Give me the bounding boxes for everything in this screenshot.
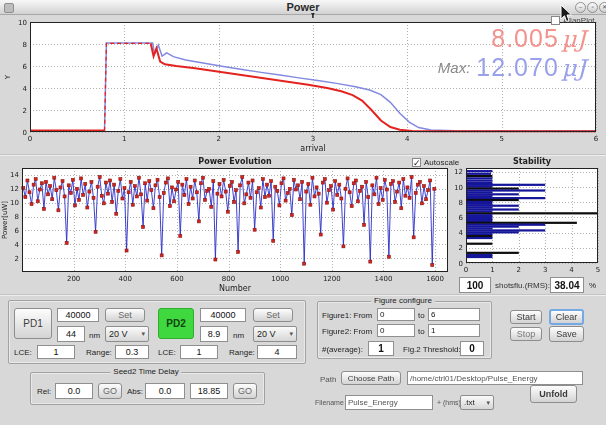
fig1-label: Figure1: From <box>322 311 372 320</box>
average-input[interactable] <box>368 341 394 356</box>
pd1-lce-label: LCE: <box>14 348 32 357</box>
rel-label: Rel: <box>37 387 51 396</box>
filename-input[interactable] <box>345 395 433 410</box>
pd1-counts-input[interactable] <box>57 308 99 322</box>
percent-label: % <box>589 281 596 290</box>
current-energy-readout: 8.005 µJ <box>340 24 586 53</box>
clear-button[interactable]: Clear <box>549 309 584 325</box>
autoscale-label: Autoscale <box>424 158 459 167</box>
fig1-from-input[interactable] <box>377 308 415 321</box>
pd2-range-input[interactable] <box>257 345 297 359</box>
pd1-lce-input[interactable] <box>37 345 75 359</box>
fig2-to-label: to <box>418 327 425 336</box>
path-input[interactable] <box>407 371 583 385</box>
pd1-nm-label: nm <box>89 331 100 340</box>
mouse-cursor <box>560 4 574 24</box>
power-evolution-chart <box>0 155 455 295</box>
pd2-nm-input[interactable] <box>200 326 228 342</box>
shots-label: shots <box>495 281 514 290</box>
fig1-to-input[interactable] <box>428 308 480 321</box>
unfold-button[interactable]: Unfold <box>530 385 577 403</box>
shots-input[interactable] <box>459 277 491 293</box>
fig2-from-input[interactable] <box>377 324 415 337</box>
chevron-down-icon: ▾ <box>141 330 145 338</box>
power-window: { "window": {"title": "Power", "minimize… <box>0 0 606 425</box>
save-button[interactable]: Save <box>549 326 584 342</box>
pd1-range-input[interactable] <box>115 345 149 359</box>
abs-readback[interactable] <box>190 383 228 399</box>
choose-path-button[interactable]: Choose Path <box>341 371 401 385</box>
threshold-label: Fig.2 Threshold: <box>403 345 461 354</box>
max-energy-readout: Max: 12.070 µJ <box>340 53 586 82</box>
abs-input[interactable] <box>145 383 185 399</box>
chevron-down-icon: ▾ <box>486 399 490 407</box>
stop-button[interactable]: Stop <box>510 327 542 341</box>
delay-panel-title: Seed2 Time Delay <box>110 367 181 376</box>
pd2-range-label: Range: <box>229 348 255 357</box>
max-energy-unit: µJ <box>562 55 586 81</box>
pd2-voltage-value: 20 V <box>257 329 276 339</box>
stability-chart <box>455 155 606 277</box>
close-icon[interactable]: ✕ <box>599 2 606 13</box>
threshold-input[interactable] <box>460 341 484 356</box>
pd2-counts-input[interactable] <box>200 308 246 322</box>
hms-label: + (hms) <box>437 399 461 406</box>
extension-select[interactable]: .txt ▾ <box>460 395 494 410</box>
minimize-icon[interactable]: – <box>575 2 586 13</box>
pd2-voltage-select[interactable]: 20 V ▾ <box>253 326 297 342</box>
rms-input[interactable] <box>550 277 584 293</box>
path-label: Path <box>320 375 336 384</box>
pd2-lce-label: LCE: <box>158 348 176 357</box>
pd1-range-label: Range: <box>86 348 112 357</box>
autoscale-checkbox[interactable]: ✓ <box>412 158 421 167</box>
window-title: Power <box>0 0 606 14</box>
max-label: Max: <box>438 59 471 76</box>
figure-panel-title: Figure configure <box>371 296 435 305</box>
max-energy-value: 12.070 <box>476 53 558 82</box>
rms-label: flu.(RMS): <box>514 281 550 290</box>
abs-go-button[interactable]: GO <box>233 383 257 399</box>
fig2-to-input[interactable] <box>428 324 480 337</box>
app-icon <box>4 3 14 13</box>
pd1-set-button[interactable]: Set <box>105 308 145 322</box>
rel-input[interactable] <box>55 383 93 399</box>
pd1-nm-input[interactable] <box>57 326 85 342</box>
fig2-label: Figure2: From <box>322 327 372 336</box>
section-divider-bottom <box>0 294 606 296</box>
start-button[interactable]: Start <box>510 310 542 324</box>
pd1-voltage-select[interactable]: 20 V ▾ <box>105 326 149 342</box>
fig1-to-label: to <box>418 311 425 320</box>
filename-label: Filename <box>315 399 344 406</box>
pd1-voltage-value: 20 V <box>109 329 128 339</box>
pd2-button[interactable]: PD2 <box>158 308 194 339</box>
current-energy-value: 8.005 <box>491 24 559 53</box>
pd2-lce-input[interactable] <box>180 345 218 359</box>
current-energy-unit: µJ <box>562 26 586 52</box>
chevron-down-icon: ▾ <box>289 330 293 338</box>
abs-label: Abs: <box>127 387 143 396</box>
average-label: #(average): <box>322 345 363 354</box>
pd1-button[interactable]: PD1 <box>14 308 52 339</box>
pd2-nm-label: nm <box>233 331 244 340</box>
pd2-set-button[interactable]: Set <box>253 308 293 322</box>
rel-go-button[interactable]: GO <box>98 383 122 399</box>
extension-value: .txt <box>464 398 475 407</box>
maximize-icon[interactable]: ▫ <box>587 2 598 13</box>
